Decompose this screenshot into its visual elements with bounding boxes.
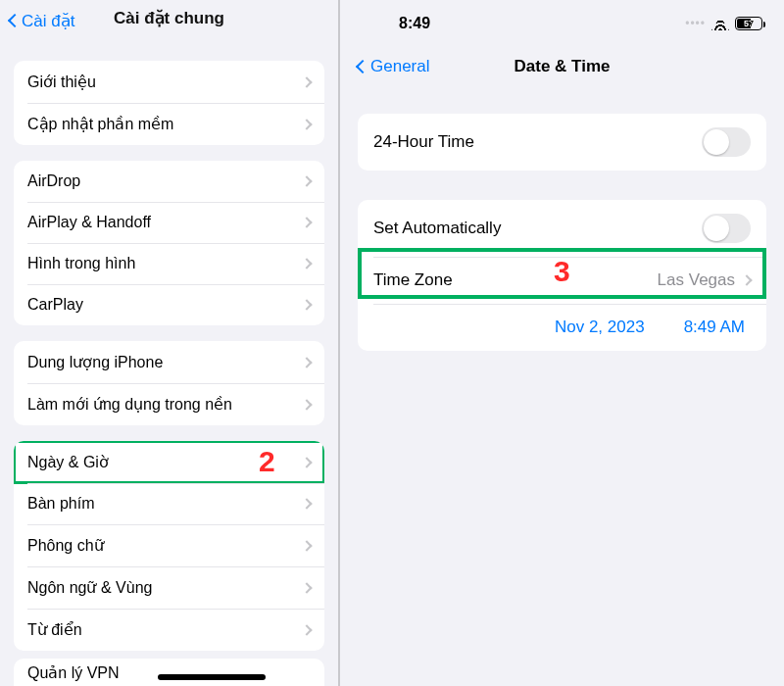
row-language-region[interactable]: Ngôn ngữ & Vùng: [14, 566, 324, 609]
right-screenshot: 8:49 •••• 57 General Date & Time 24-Hour…: [340, 0, 784, 686]
date-value[interactable]: Nov 2, 2023: [555, 318, 645, 337]
title-right: Date & Time: [340, 57, 784, 76]
group-about: Giới thiệu Cập nhật phần mềm: [14, 61, 324, 145]
row-label: 24-Hour Time: [373, 132, 474, 152]
chevron-right-icon: [301, 582, 312, 593]
row-label: Phông chữ: [27, 536, 104, 555]
battery-icon: 57: [735, 17, 762, 30]
cell-dots-icon: ••••: [685, 17, 706, 30]
row-label: AirPlay & Handoff: [27, 214, 151, 231]
row-label: Bàn phím: [27, 495, 94, 513]
row-label: Time Zone: [373, 270, 453, 290]
group-storage: Dung lượng iPhone Làm mới ứng dụng trong…: [14, 341, 324, 425]
row-label: Giới thiệu: [27, 73, 96, 91]
status-icons: •••• 57: [685, 17, 762, 30]
time-value[interactable]: 8:49 AM: [684, 318, 745, 337]
row-datetime-picker[interactable]: Nov 2, 2023 8:49 AM: [358, 304, 766, 351]
chevron-right-icon: [301, 258, 312, 269]
group-peek: Quản lý VPN: [14, 659, 324, 686]
chevron-right-icon: [301, 399, 312, 410]
row-label: Hình trong hình: [27, 255, 135, 272]
row-label: Làm mới ứng dụng trong nền: [27, 395, 232, 414]
row-bg-refresh[interactable]: Làm mới ứng dụng trong nền: [14, 383, 324, 425]
row-label: Ngôn ngữ & Vùng: [27, 578, 152, 597]
status-bar: 8:49 •••• 57: [340, 0, 784, 39]
row-label: Từ điển: [27, 620, 82, 639]
row-label: CarPlay: [27, 296, 83, 314]
chevron-right-icon: [301, 540, 312, 551]
row-label: Quản lý VPN: [27, 663, 120, 682]
back-button-left[interactable]: Cài đặt: [10, 11, 74, 31]
chevron-right-icon: [301, 175, 312, 186]
row-pip[interactable]: Hình trong hình: [14, 243, 324, 284]
status-time: 8:49: [399, 15, 430, 32]
chevron-right-icon: [301, 357, 312, 368]
toggle-24h[interactable]: [702, 127, 751, 157]
wifi-icon: [711, 17, 729, 30]
row-label: AirDrop: [27, 172, 80, 190]
row-timezone[interactable]: Time Zone Las Vegas: [358, 257, 766, 304]
row-keyboard[interactable]: Bàn phím: [14, 483, 324, 524]
right-navbar: General Date & Time: [340, 39, 784, 84]
row-airplay[interactable]: AirPlay & Handoff: [14, 202, 324, 243]
row-label: Set Automatically: [373, 219, 501, 238]
row-label: Cập nhật phần mềm: [27, 115, 173, 133]
chevron-right-icon: [301, 498, 312, 509]
chevron-right-icon: [301, 624, 312, 635]
row-label: Dung lượng iPhone: [27, 353, 163, 371]
tz-value: Las Vegas: [658, 270, 735, 290]
row-set-auto[interactable]: Set Automatically: [358, 200, 766, 257]
redaction-bar: [158, 674, 266, 680]
chevron-left-icon: [8, 14, 22, 27]
left-screenshot: Cài đặt Cài đặt chung Giới thiệu Cập nhậ…: [0, 0, 338, 686]
row-storage[interactable]: Dung lượng iPhone: [14, 341, 324, 383]
group-airdrop: AirDrop AirPlay & Handoff Hình trong hìn…: [14, 161, 324, 325]
back-label-left: Cài đặt: [22, 11, 74, 31]
row-24h[interactable]: 24-Hour Time: [358, 114, 766, 171]
chevron-right-icon: [301, 457, 312, 467]
row-fonts[interactable]: Phông chữ: [14, 524, 324, 566]
chevron-right-icon: [301, 299, 312, 310]
battery-level: 57: [744, 19, 754, 28]
group-24h: 24-Hour Time: [358, 114, 766, 171]
chevron-right-icon: [301, 217, 312, 227]
row-dictionary[interactable]: Từ điển: [14, 609, 324, 651]
row-about[interactable]: Giới thiệu: [14, 61, 324, 103]
chevron-right-icon: [741, 274, 752, 285]
row-software-update[interactable]: Cập nhật phần mềm: [14, 103, 324, 145]
row-carplay[interactable]: CarPlay: [14, 284, 324, 325]
left-navbar: Cài đặt Cài đặt chung: [0, 0, 338, 37]
chevron-right-icon: [301, 119, 312, 129]
group-tz: Set Automatically Time Zone Las Vegas No…: [358, 200, 766, 351]
chevron-right-icon: [301, 76, 312, 87]
row-date-time[interactable]: Ngày & Giờ: [14, 441, 324, 483]
row-airdrop[interactable]: AirDrop: [14, 161, 324, 202]
row-label: Ngày & Giờ: [27, 453, 109, 471]
group-datetime: Ngày & Giờ Bàn phím Phông chữ Ngôn ngữ &…: [14, 441, 324, 651]
toggle-auto[interactable]: [702, 214, 751, 243]
